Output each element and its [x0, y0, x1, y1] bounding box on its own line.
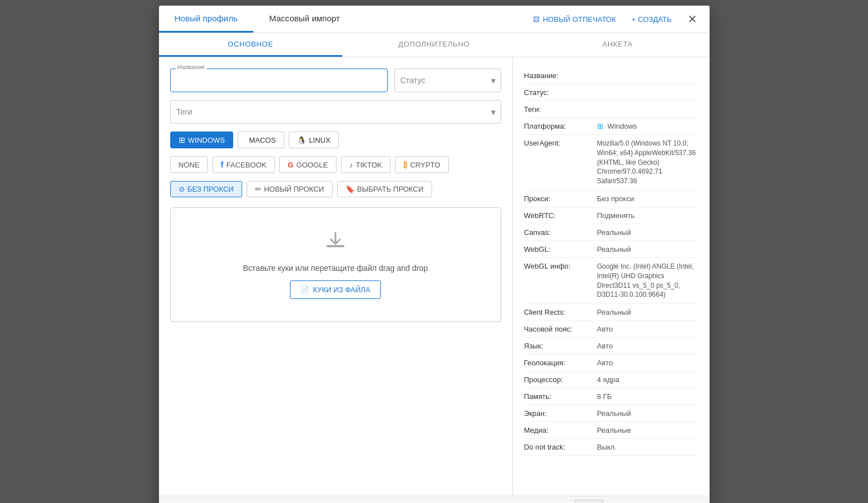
modal: Новый профиль Массовый импорт ⚄ НОВЫЙ ОТ…	[159, 6, 710, 503]
subtab-additional[interactable]: ДОПОЛНИТЕЛЬНО	[342, 33, 526, 57]
close-button[interactable]: ✕	[682, 9, 703, 29]
name-input[interactable]	[170, 69, 388, 92]
proxy-none-button[interactable]: ⊘ БЕЗ ПРОКСИ	[170, 181, 242, 197]
info-row-cpu: Процессор: 4 ядра	[524, 371, 698, 388]
info-row-memory: Память: 8 ГБ	[524, 388, 698, 405]
info-row-clientrects: Client Rects: Реальный	[524, 304, 698, 321]
mode-google-button[interactable]: G GOOGLE	[279, 156, 336, 173]
windows-icon: ⊞	[179, 135, 185, 144]
select-proxy-icon: 🔖	[346, 185, 355, 193]
linux-icon: 🐧	[297, 136, 306, 144]
platform-row: ⊞ WINDOWS MACOS 🐧 LINUX	[170, 132, 501, 148]
subtab-main[interactable]: ОСНОВНОЕ	[159, 33, 343, 57]
svg-rect-0	[326, 245, 344, 247]
status-field-group: Статус	[394, 69, 501, 92]
platform-win-icon: ⊞	[597, 122, 603, 130]
no-proxy-icon: ⊘	[179, 185, 185, 193]
mode-none-button[interactable]: NONE	[170, 156, 208, 173]
info-row-proxy: Прокси: Без прокси	[524, 191, 698, 207]
info-row-webrtc: WebRTC: Подменять	[524, 207, 698, 224]
info-row-name: Название:	[524, 67, 698, 84]
info-row-timezone: Часовой пояс: Авто	[524, 321, 698, 338]
info-row-media: Медиа: Реальные	[524, 422, 698, 439]
tab-new-profile[interactable]: Новый профиль	[159, 6, 254, 33]
name-status-row: Название Статус	[170, 69, 501, 92]
new-fingerprint-button[interactable]: ⚄ НОВЫЙ ОТПЕЧАТОК	[528, 12, 621, 27]
footer-records: Записей на странице: 100	[498, 500, 604, 503]
modal-footer: Записей на странице: 100 Страница: 1 0 –…	[159, 496, 710, 503]
proxy-select-button[interactable]: 🔖 ВЫБРАТЬ ПРОКСИ	[337, 181, 432, 197]
mode-row: NONE f FACEBOOK G GOOGLE ♪ TIKTOK	[170, 156, 501, 173]
mode-crypto-button[interactable]: ₿ CRYPTO	[395, 156, 449, 173]
tags-select[interactable]: Теги	[170, 100, 501, 124]
modal-header: Новый профиль Массовый импорт ⚄ НОВЫЙ ОТ…	[159, 6, 710, 33]
create-button[interactable]: + СОЗДАТЬ	[626, 12, 677, 27]
records-select[interactable]: 100	[575, 500, 603, 503]
info-row-tags: Теги:	[524, 101, 698, 118]
cookie-drop-area[interactable]: Вставьте куки или перетащите файл drag a…	[170, 207, 501, 322]
name-label: Название	[176, 64, 207, 70]
header-actions: ⚄ НОВЫЙ ОТПЕЧАТОК + СОЗДАТЬ ✕	[528, 9, 709, 29]
facebook-icon: f	[221, 160, 224, 169]
subtabs: ОСНОВНОЕ ДОПОЛНИТЕЛЬНО АНКЕТА	[159, 33, 710, 57]
modal-body: Название Статус Теги	[159, 57, 710, 496]
file-icon: 📄	[301, 286, 310, 294]
info-row-useragent: UserAgent: Mozilla/5.0 (Windows NT 10.0;…	[524, 135, 698, 191]
info-row-webgl: WebGL: Реальный	[524, 241, 698, 258]
form-area: Название Статус Теги	[159, 57, 513, 496]
new-proxy-icon: ✏	[255, 185, 261, 193]
info-row-dnt: Do not track: Выкл.	[524, 439, 698, 456]
info-row-status: Статус:	[524, 84, 698, 101]
tags-wrapper: Теги	[170, 100, 501, 124]
platform-windows-button[interactable]: ⊞ WINDOWS	[170, 132, 234, 148]
mode-tiktok-button[interactable]: ♪ TIKTOK	[341, 156, 390, 173]
tab-mass-import[interactable]: Массовый импорт	[253, 6, 356, 33]
upload-icon	[182, 230, 489, 258]
bitcoin-icon: ₿	[403, 160, 407, 169]
platform-macos-button[interactable]: MACOS	[238, 132, 284, 148]
info-row-screen: Экран: Реальный	[524, 405, 698, 422]
info-row-platform: Платформа: ⊞ Windows	[524, 118, 698, 135]
proxy-new-button[interactable]: ✏ НОВЫЙ ПРОКСИ	[247, 181, 333, 197]
platform-linux-button[interactable]: 🐧 LINUX	[289, 132, 339, 148]
fingerprint-icon: ⚄	[533, 15, 539, 24]
info-row-canvas: Canvas: Реальный	[524, 224, 698, 241]
cookie-file-button[interactable]: 📄 КУКИ ИЗ ФАЙЛА	[290, 280, 381, 299]
mode-facebook-button[interactable]: f FACEBOOK	[212, 156, 275, 173]
tiktok-icon: ♪	[349, 161, 353, 169]
info-row-geo: Геолокация: Авто	[524, 355, 698, 371]
info-row-webglinfo: WebGL инфо: Google Inc. (Intel) ANGLE (I…	[524, 258, 698, 304]
subtab-questionnaire[interactable]: АНКЕТА	[526, 33, 710, 57]
status-select[interactable]: Статус	[394, 69, 501, 92]
proxy-row: ⊘ БЕЗ ПРОКСИ ✏ НОВЫЙ ПРОКСИ 🔖 ВЫБРАТЬ ПР…	[170, 181, 501, 197]
info-area: Название: Статус: Теги: Платформа:	[513, 57, 710, 496]
info-row-lang: Язык: Авто	[524, 338, 698, 355]
cookie-drop-text: Вставьте куки или перетащите файл drag a…	[182, 264, 489, 273]
name-field-group: Название	[170, 69, 388, 92]
google-icon: G	[288, 161, 293, 169]
